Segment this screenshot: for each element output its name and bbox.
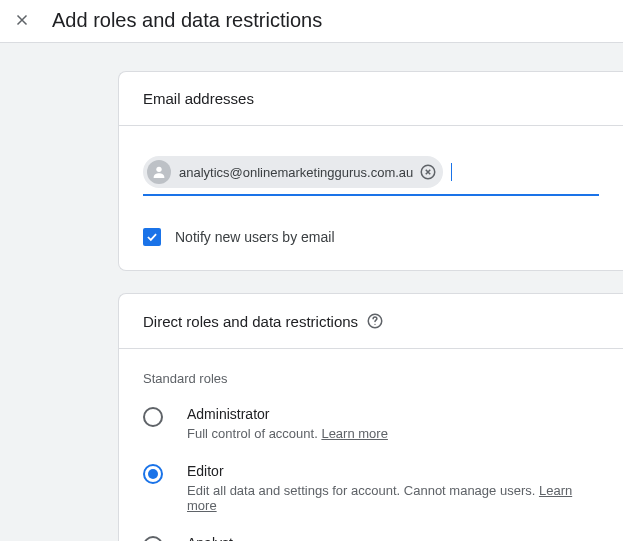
help-icon <box>366 312 384 330</box>
role-description: Full control of account. Learn more <box>187 426 388 441</box>
email-input[interactable]: analytics@onlinemarketinggurus.com.au <box>143 156 599 196</box>
close-button[interactable] <box>10 8 34 32</box>
svg-point-3 <box>374 324 375 325</box>
role-text: Administrator Full control of account. L… <box>187 406 388 441</box>
roles-heading-text: Direct roles and data restrictions <box>143 313 358 330</box>
email-chip: analytics@onlinemarketinggurus.com.au <box>143 156 443 188</box>
email-card-heading: Email addresses <box>119 72 623 126</box>
role-option-administrator[interactable]: Administrator Full control of account. L… <box>143 406 599 441</box>
person-icon <box>151 164 167 180</box>
role-title: Administrator <box>187 406 388 422</box>
radio-analyst[interactable] <box>143 536 163 541</box>
close-icon <box>13 11 31 29</box>
svg-point-0 <box>156 167 161 172</box>
help-button[interactable] <box>366 312 384 330</box>
dialog-header: Add roles and data restrictions <box>0 0 623 43</box>
role-description: Edit all data and settings for account. … <box>187 483 599 513</box>
radio-administrator[interactable] <box>143 407 163 427</box>
radio-editor[interactable] <box>143 464 163 484</box>
role-option-analyst[interactable]: Analyst <box>143 535 599 541</box>
role-title: Editor <box>187 463 599 479</box>
page-title: Add roles and data restrictions <box>52 9 322 32</box>
learn-more-link[interactable]: Learn more <box>321 426 387 441</box>
notify-checkbox-row[interactable]: Notify new users by email <box>119 206 623 270</box>
standard-roles-label: Standard roles <box>143 371 599 386</box>
role-text: Editor Edit all data and settings for ac… <box>187 463 599 513</box>
role-option-editor[interactable]: Editor Edit all data and settings for ac… <box>143 463 599 513</box>
chip-remove-button[interactable] <box>419 163 437 181</box>
roles-card-heading: Direct roles and data restrictions <box>119 294 623 349</box>
chip-email-text: analytics@onlinemarketinggurus.com.au <box>179 165 413 180</box>
email-input-zone: analytics@onlinemarketinggurus.com.au <box>119 126 623 206</box>
roles-card: Direct roles and data restrictions Stand… <box>118 293 623 541</box>
role-title: Analyst <box>187 535 233 541</box>
roles-body: Standard roles Administrator Full contro… <box>119 349 623 541</box>
notify-checkbox-label: Notify new users by email <box>175 229 335 245</box>
role-text: Analyst <box>187 535 233 541</box>
avatar <box>147 160 171 184</box>
close-circle-icon <box>419 163 437 181</box>
text-cursor <box>451 163 452 181</box>
notify-checkbox[interactable] <box>143 228 161 246</box>
email-card: Email addresses analytics@onlinemarketin… <box>118 71 623 271</box>
radio-dot-icon <box>148 469 158 479</box>
check-icon <box>145 230 159 244</box>
content-area: Email addresses analytics@onlinemarketin… <box>0 43 623 541</box>
